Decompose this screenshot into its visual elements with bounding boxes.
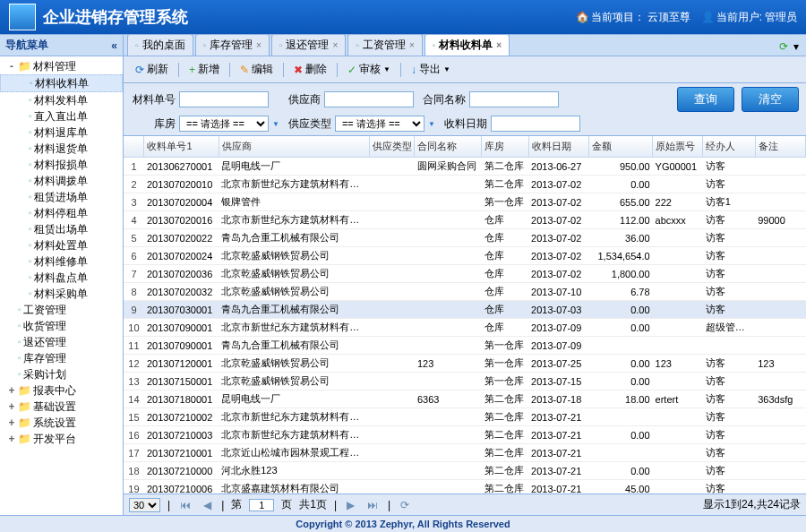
file-icon: ▫: [29, 238, 32, 253]
材料单号-input[interactable]: [179, 91, 269, 107]
first-page-button[interactable]: ⏮: [177, 499, 193, 511]
close-icon[interactable]: ×: [496, 40, 502, 50]
house-icon: 🏠: [576, 11, 588, 23]
新增-button[interactable]: +新增: [183, 59, 226, 80]
table-row[interactable]: 11201307090001青岛九合重工机械有限公司第一仓库2013-07-09: [124, 337, 806, 355]
col-header[interactable]: 收料日期: [528, 136, 589, 158]
col-header[interactable]: 经办人: [703, 136, 755, 158]
tree-node[interactable]: -📁材料管理: [0, 58, 123, 74]
tree-node[interactable]: +📁系统设置: [0, 415, 123, 431]
tree-node[interactable]: ▫退还管理: [0, 334, 123, 350]
file-icon: ▫: [29, 254, 32, 269]
table-row[interactable]: 6201307020024北京乾盛威钢铁贸易公司仓库2013-07-021,53…: [124, 247, 806, 265]
table-row[interactable]: 2201307020010北京市新世纪东方建筑材料有限公司第二仓库2013-07…: [124, 176, 806, 193]
tree-node[interactable]: ▫库存管理: [0, 350, 123, 366]
table-row[interactable]: 10201307090001北京市新世纪东方建筑材料有限公司仓库2013-07-…: [124, 319, 806, 337]
col-header[interactable]: 合同名称: [415, 136, 482, 158]
table-row[interactable]: 14201307180001昆明电线一厂6363第二仓库2013-07-1818…: [124, 390, 806, 408]
table-row[interactable]: 5201307020022青岛九合重工机械有限公司仓库2013-07-0236.…: [124, 229, 806, 247]
table-row[interactable]: 9201307030001青岛九合重工机械有限公司仓库2013-07-030.0…: [124, 301, 806, 319]
table-row[interactable]: 12201307120001北京乾盛威钢铁贸易公司123第一仓库2013-07-…: [124, 355, 806, 373]
search-form: 材料单号供应商合同名称查询清空库房== 请选择 ==▼供应类型== 请选择 ==…: [124, 83, 806, 136]
table-row[interactable]: 13201307150001北京乾盛威钢铁贸易公司第一仓库2013-07-150…: [124, 373, 806, 390]
col-header[interactable]: 金额: [589, 136, 653, 158]
tab-icon: ▫: [135, 40, 139, 50]
col-header[interactable]: [124, 136, 144, 158]
col-header[interactable]: 原始票号: [653, 136, 703, 158]
table-row[interactable]: 8201307020032北京乾盛威钢铁贸易公司仓库2013-07-106.78…: [124, 283, 806, 301]
tree-node[interactable]: +📁基础设置: [0, 399, 123, 415]
tab[interactable]: ▫工资管理×: [347, 34, 422, 56]
tree-node[interactable]: ▫材料盘点单: [0, 270, 123, 286]
close-icon[interactable]: ×: [409, 40, 415, 50]
table-row[interactable]: 1201306270001昆明电线一厂圆网采购合同第二仓库2013-06-279…: [124, 158, 806, 176]
app-header: 企业进销存管理系统 🏠 当前项目： 云顶至尊 👤 当前用户: 管理员: [0, 0, 806, 34]
tree-node[interactable]: ▫租赁出场单: [0, 221, 123, 237]
collapse-icon[interactable]: «: [111, 39, 117, 52]
table-row[interactable]: 15201307210002北京市新世纪东方建筑材料有限公司第二仓库2013-0…: [124, 408, 806, 426]
tree-node[interactable]: ▫材料收料单: [0, 74, 123, 92]
tree-node[interactable]: ▫直入直出单: [0, 108, 123, 124]
供应类型-select[interactable]: == 请选择 ==: [335, 116, 424, 132]
data-grid[interactable]: 收料单号1供应商供应类型合同名称库房收料日期金额原始票号经办人备注 120130…: [124, 136, 806, 493]
table-row[interactable]: 7201307020036北京乾盛威钢铁贸易公司仓库2013-07-021,80…: [124, 265, 806, 283]
page-input[interactable]: [249, 499, 274, 511]
tab[interactable]: ▫退还管理×: [271, 34, 346, 56]
tree-node[interactable]: ▫租赁进场单: [0, 189, 123, 205]
refresh-tabs-icon[interactable]: ⟳: [779, 40, 788, 53]
file-icon: ▫: [29, 174, 32, 188]
page-label: 第: [231, 497, 242, 512]
tree-node[interactable]: +📁报表中心: [0, 382, 123, 399]
导出-button[interactable]: ↓导出▼: [405, 59, 457, 80]
table-row[interactable]: 17201307210001北京近山松城市园林景观工程有限公第二仓库2013-0…: [124, 444, 806, 462]
收料日期-input[interactable]: [491, 116, 580, 132]
page-size-select[interactable]: 30: [129, 498, 160, 512]
table-row[interactable]: 3201307020004银牌管件第一仓库2013-07-02655.00222…: [124, 193, 806, 211]
col-header[interactable]: 备注: [755, 136, 805, 158]
close-icon[interactable]: ×: [332, 40, 338, 50]
next-page-button[interactable]: ▶: [344, 499, 357, 511]
供应商-input[interactable]: [324, 91, 414, 107]
col-header[interactable]: 供应类型: [370, 136, 415, 158]
footer: Copyright © 2013 Zephyr, All Rights Rese…: [0, 515, 806, 532]
table-row[interactable]: 18201307210000河北永胜123第二仓库2013-07-210.00访…: [124, 462, 806, 480]
tree-node[interactable]: ▫采购计划: [0, 366, 123, 382]
current-project: 🏠 当前项目： 云顶至尊: [576, 10, 690, 25]
tree-node[interactable]: ▫收货管理: [0, 318, 123, 334]
删除-button[interactable]: ✖删除: [287, 59, 333, 80]
tree-node[interactable]: ▫材料采购单: [0, 286, 123, 302]
tree-node[interactable]: ▫材料退货单: [0, 141, 123, 157]
col-header[interactable]: 库房: [482, 136, 528, 158]
tree-node[interactable]: ▫材料报损单: [0, 157, 123, 173]
clear-button[interactable]: 清空: [742, 87, 799, 112]
tree-node[interactable]: ▫材料维修单: [0, 253, 123, 270]
tree-node[interactable]: ▫材料调拨单: [0, 173, 123, 189]
tree-node[interactable]: +📁开发平台: [0, 431, 123, 447]
file-icon: ▫: [29, 222, 32, 236]
col-header[interactable]: 收料单号1: [144, 136, 219, 158]
tree-node[interactable]: ▫材料处置单: [0, 237, 123, 253]
tree-node[interactable]: ▫工资管理: [0, 302, 123, 318]
合同名称-input[interactable]: [469, 91, 559, 107]
tree-node[interactable]: ▫材料发料单: [0, 92, 123, 108]
库房-select[interactable]: == 请选择 ==: [179, 116, 269, 132]
tree-node[interactable]: ▫材料停租单: [0, 205, 123, 221]
refresh-icon[interactable]: ⟳: [398, 499, 412, 511]
col-header[interactable]: 供应商: [219, 136, 370, 158]
prev-page-button[interactable]: ◀: [201, 499, 214, 511]
编辑-button[interactable]: ✎编辑: [234, 59, 279, 80]
tab[interactable]: ▫材料收料单×: [424, 34, 510, 56]
table-row[interactable]: 19201307210006北京盛嘉建筑材料有限公司第二仓库2013-07-21…: [124, 480, 806, 494]
审核-button[interactable]: ✓审核▼: [341, 59, 397, 80]
tab[interactable]: ▫我的桌面: [127, 34, 193, 56]
tab[interactable]: ▫库存管理×: [195, 34, 270, 56]
table-row[interactable]: 4201307020016北京市新世纪东方建筑材料有限公司仓库2013-07-0…: [124, 211, 806, 229]
last-page-button[interactable]: ⏭: [364, 499, 381, 511]
tree-node[interactable]: ▫材料退库单: [0, 124, 123, 141]
tab-menu-icon[interactable]: ▾: [793, 40, 799, 53]
nav-tree[interactable]: -📁材料管理▫材料收料单▫材料发料单▫直入直出单▫材料退库单▫材料退货单▫材料报…: [0, 56, 123, 515]
close-icon[interactable]: ×: [256, 40, 262, 50]
刷新-button[interactable]: ⟳刷新: [129, 59, 175, 80]
search-button[interactable]: 查询: [677, 87, 734, 112]
table-row[interactable]: 16201307210003北京市新世纪东方建筑材料有限公司第二仓库2013-0…: [124, 426, 806, 444]
